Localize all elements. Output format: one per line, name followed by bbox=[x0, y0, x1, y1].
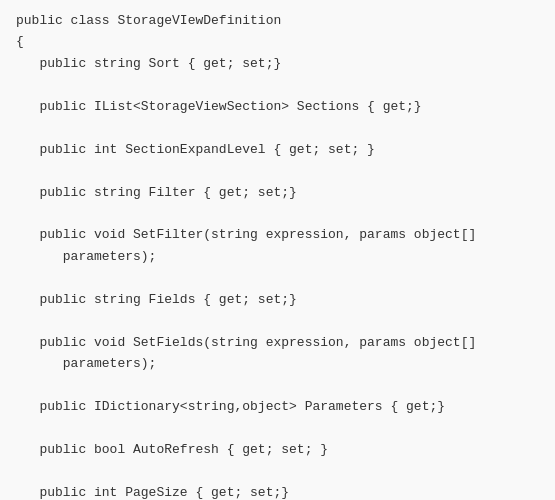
code-line-empty bbox=[16, 417, 539, 438]
code-line: public string Filter { get; set;} bbox=[16, 182, 539, 203]
code-line-empty bbox=[16, 460, 539, 481]
code-line-empty bbox=[16, 117, 539, 138]
code-line: public int SectionExpandLevel { get; set… bbox=[16, 139, 539, 160]
code-line-empty bbox=[16, 74, 539, 95]
code-line: public void SetFilter(string expression,… bbox=[16, 224, 539, 245]
code-line: parameters); bbox=[16, 246, 539, 267]
code-container: public class StorageVIewDefinition{ publ… bbox=[0, 0, 555, 500]
code-line-empty bbox=[16, 374, 539, 395]
code-line-empty bbox=[16, 310, 539, 331]
code-line-empty bbox=[16, 267, 539, 288]
code-line: public class StorageVIewDefinition bbox=[16, 10, 539, 31]
code-line: public IList<StorageViewSection> Section… bbox=[16, 96, 539, 117]
code-line-empty bbox=[16, 160, 539, 181]
code-line: public bool AutoRefresh { get; set; } bbox=[16, 439, 539, 460]
code-line: public string Fields { get; set;} bbox=[16, 289, 539, 310]
code-line: { bbox=[16, 31, 539, 52]
code-line: public IDictionary<string,object> Parame… bbox=[16, 396, 539, 417]
code-line: parameters); bbox=[16, 353, 539, 374]
code-line: public void SetFields(string expression,… bbox=[16, 332, 539, 353]
code-line: public int PageSize { get; set;} bbox=[16, 482, 539, 500]
code-line: public string Sort { get; set;} bbox=[16, 53, 539, 74]
code-line-empty bbox=[16, 203, 539, 224]
